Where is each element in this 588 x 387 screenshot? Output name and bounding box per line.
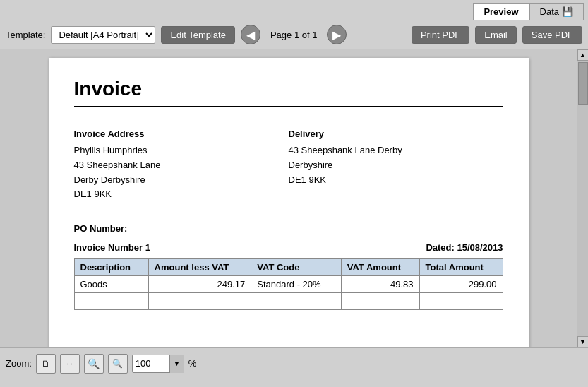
- invoice-title: Invoice: [74, 78, 503, 107]
- main-area: Invoice Invoice Address Phyllis Humphrie…: [0, 49, 588, 347]
- invoice-number-label: Invoice Number 1: [74, 242, 150, 253]
- toolbar: Template: Default [A4 Portrait] Edit Tem…: [0, 20, 588, 49]
- cell-description-empty: [74, 293, 148, 310]
- cell-description: Goods: [74, 276, 148, 293]
- zoom-out-icon: 🔍: [113, 359, 123, 369]
- po-number-label: PO Number:: [74, 223, 128, 234]
- delivery-line-1: 43 Sheepshank Lane Derby: [289, 143, 503, 158]
- address-line-4: DE1 9KK: [74, 187, 289, 202]
- cell-vat-code-empty: [251, 293, 341, 310]
- delivery-line-3: DE1 9KK: [289, 173, 503, 188]
- cell-vat-amount-empty: [341, 293, 419, 310]
- percent-label: %: [188, 358, 197, 369]
- cell-vat-code: Standard - 20%: [251, 276, 341, 293]
- scroll-down-button[interactable]: ▼: [577, 336, 589, 347]
- zoom-in-button[interactable]: 🔍: [84, 354, 104, 374]
- col-total-amount: Total Amount: [419, 259, 503, 276]
- col-vat-code: VAT Code: [251, 259, 341, 276]
- invoice-address-block: Invoice Address Phyllis Humphries 43 She…: [74, 129, 289, 202]
- delivery-address-text: 43 Sheepshank Lane Derby Derbyshire DE1 …: [289, 143, 503, 187]
- address-line-1: Phyllis Humphries: [74, 143, 289, 158]
- invoice-address-label: Invoice Address: [74, 129, 289, 139]
- invoice-number-row: Invoice Number 1 Dated: 15/08/2013: [74, 242, 503, 253]
- zoom-select-wrap: ▼: [132, 355, 184, 373]
- page-size-button[interactable]: 🗋: [36, 354, 56, 374]
- delivery-label: Delivery: [289, 129, 503, 139]
- address-line-3: Derby Derbyshire: [74, 173, 289, 188]
- next-page-button[interactable]: ▶: [327, 25, 347, 44]
- arrow-right-icon: ▶: [332, 28, 341, 42]
- vertical-scrollbar[interactable]: ▲ ▼: [577, 49, 588, 347]
- zoom-out-button[interactable]: 🔍: [108, 354, 128, 374]
- cell-total-empty: [419, 293, 503, 310]
- zoom-in-icon: 🔍: [88, 358, 100, 369]
- delivery-line-2: Derbyshire: [289, 158, 503, 173]
- scroll-thumb[interactable]: [578, 62, 588, 105]
- col-amount-less-vat: Amount less VAT: [148, 259, 251, 276]
- edit-template-button[interactable]: Edit Template: [161, 26, 235, 44]
- zoom-dropdown-arrow[interactable]: ▼: [169, 355, 184, 373]
- table-header-row: Description Amount less VAT VAT Code VAT…: [74, 259, 503, 276]
- col-vat-amount: VAT Amount: [341, 259, 419, 276]
- template-select[interactable]: Default [A4 Portrait]: [51, 26, 155, 44]
- prev-page-button[interactable]: ◀: [241, 25, 260, 44]
- cell-amount-less-vat: 249.17: [148, 276, 251, 293]
- save-pdf-button[interactable]: Save PDF: [522, 26, 582, 44]
- address-line-2: 43 Sheepshank Lane: [74, 158, 289, 173]
- arrow-left-icon: ◀: [246, 28, 255, 42]
- tab-bar: Preview Data 💾: [0, 0, 588, 20]
- address-row: Invoice Address Phyllis Humphries 43 She…: [74, 129, 503, 202]
- template-label: Template:: [6, 30, 45, 40]
- table-row: Goods 249.17 Standard - 20% 49.83 299.00: [74, 276, 503, 293]
- page-info: Page 1 of 1: [266, 30, 322, 40]
- doc-area: Invoice Invoice Address Phyllis Humphrie…: [0, 49, 577, 347]
- bottom-bar: Zoom: 🗋 ↔ 🔍 🔍 ▼ %: [0, 347, 588, 379]
- zoom-label: Zoom:: [6, 358, 32, 369]
- tab-preview[interactable]: Preview: [473, 3, 529, 20]
- invoice-address-text: Phyllis Humphries 43 Sheepshank Lane Der…: [74, 143, 289, 202]
- email-button[interactable]: Email: [475, 26, 517, 44]
- print-pdf-button[interactable]: Print PDF: [412, 26, 469, 44]
- zoom-input[interactable]: [133, 357, 169, 370]
- cell-amount-empty: [148, 293, 251, 310]
- document-page: Invoice Invoice Address Phyllis Humphrie…: [49, 58, 529, 347]
- save-icon: 💾: [562, 6, 573, 17]
- delivery-address-block: Delivery 43 Sheepshank Lane Derby Derbys…: [289, 129, 503, 202]
- table-row: [74, 293, 503, 310]
- fit-width-button[interactable]: ↔: [60, 354, 80, 374]
- cell-vat-amount: 49.83: [341, 276, 419, 293]
- col-description: Description: [74, 259, 148, 276]
- tab-data[interactable]: Data 💾: [529, 3, 584, 20]
- po-section: PO Number:: [74, 223, 503, 234]
- cell-total-amount: 299.00: [419, 276, 503, 293]
- invoice-table: Description Amount less VAT VAT Code VAT…: [74, 258, 503, 310]
- page-icon: 🗋: [42, 359, 50, 369]
- dated-label: Dated: 15/08/2013: [426, 242, 503, 253]
- fit-width-icon: ↔: [66, 359, 74, 369]
- scroll-up-button[interactable]: ▲: [577, 49, 589, 61]
